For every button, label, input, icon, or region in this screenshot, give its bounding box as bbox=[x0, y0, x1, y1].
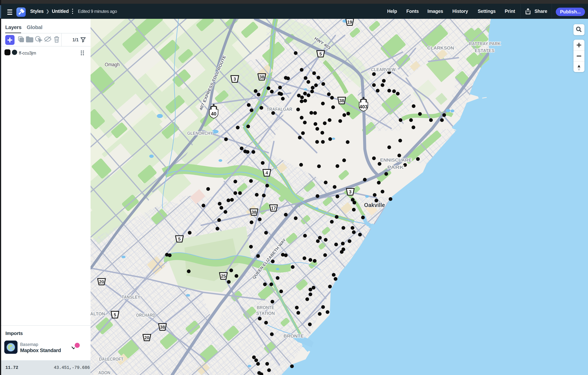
svg-text:3: 3 bbox=[349, 189, 351, 194]
svg-text:CLARKSON: CLARKSON bbox=[427, 46, 454, 51]
svg-text:ESTATES: ESTATES bbox=[475, 48, 494, 53]
svg-text:Oakville: Oakville bbox=[364, 202, 385, 208]
svg-text:20: 20 bbox=[99, 279, 104, 284]
svg-text:3: 3 bbox=[233, 77, 236, 81]
svg-text:38: 38 bbox=[339, 98, 344, 103]
svg-text:38: 38 bbox=[252, 210, 257, 215]
svg-text:STATION: STATION bbox=[256, 311, 275, 316]
svg-text:RATTRAY PARK: RATTRAY PARK bbox=[469, 41, 501, 46]
svg-text:Omagh: Omagh bbox=[105, 62, 120, 67]
svg-text:38: 38 bbox=[160, 324, 165, 330]
svg-text:ORCHARD: ORCHARD bbox=[136, 313, 155, 318]
svg-text:4: 4 bbox=[265, 170, 268, 175]
svg-text:20: 20 bbox=[144, 335, 149, 340]
svg-text:GLENORCHY: GLENORCHY bbox=[187, 131, 213, 136]
svg-text:5: 5 bbox=[178, 236, 180, 242]
svg-text:DALECROFT: DALECROFT bbox=[99, 357, 124, 362]
svg-text:ENNISCLARE: ENNISCLARE bbox=[380, 158, 412, 162]
svg-text:ALTON: ALTON bbox=[91, 312, 105, 316]
svg-text:ADON: ADON bbox=[98, 370, 110, 375]
svg-text:403: 403 bbox=[359, 104, 368, 110]
svg-text:19: 19 bbox=[347, 20, 352, 25]
svg-text:CLEARVIEW: CLEARVIEW bbox=[371, 67, 396, 72]
svg-text:BRONTE: BRONTE bbox=[284, 334, 304, 338]
svg-text:25: 25 bbox=[221, 274, 226, 279]
svg-text:38: 38 bbox=[259, 74, 264, 80]
svg-text:5: 5 bbox=[114, 312, 116, 317]
svg-text:BRONTE: BRONTE bbox=[257, 305, 274, 310]
svg-text:TANSLEY: TANSLEY bbox=[122, 295, 140, 300]
svg-text:5: 5 bbox=[319, 51, 322, 56]
svg-text:PARK: PARK bbox=[387, 165, 404, 170]
svg-text:TRAFALGAR: TRAFALGAR bbox=[267, 107, 292, 112]
svg-text:17: 17 bbox=[271, 206, 276, 211]
svg-text:40: 40 bbox=[211, 111, 217, 117]
